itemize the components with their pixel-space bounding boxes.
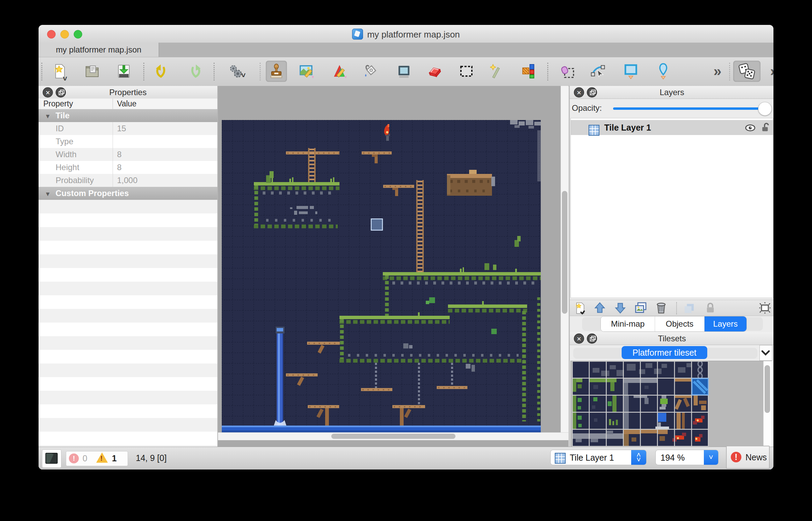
- rectangular-select-button[interactable]: [456, 61, 477, 82]
- insert-point-icon: [655, 63, 671, 79]
- lock-layers-button[interactable]: [704, 301, 717, 315]
- tile-cursor: [371, 219, 382, 230]
- edit-polygons-button[interactable]: [588, 61, 609, 82]
- layer-list[interactable]: Tile Layer 1: [570, 118, 773, 298]
- properties-panel-header: ✕ Properties: [39, 86, 217, 99]
- section-tile[interactable]: ▼Tile: [39, 109, 217, 122]
- property-row-height[interactable]: Height8: [39, 161, 217, 174]
- tab-objects[interactable]: Objects: [655, 316, 704, 331]
- insert-point-button[interactable]: [653, 61, 674, 82]
- toolbar-separator: [547, 63, 548, 80]
- stamp-brush-button[interactable]: [266, 61, 287, 82]
- highlight-current-layer-button[interactable]: [758, 301, 772, 315]
- open-file-button[interactable]: [82, 61, 103, 82]
- new-map-button[interactable]: ˅: [49, 61, 70, 82]
- overflow-chevron-icon: »: [713, 64, 719, 78]
- fill-terrain-button[interactable]: [329, 61, 350, 82]
- lower-layer-button[interactable]: [613, 301, 627, 315]
- property-row-type[interactable]: Type: [39, 135, 217, 148]
- random-mode-dice-icon: [737, 62, 756, 81]
- tab-platformer-tileset[interactable]: Platformer tileset: [622, 346, 707, 359]
- opacity-slider-knob[interactable]: [758, 102, 772, 116]
- warning-icon: [96, 452, 108, 463]
- map-canvas[interactable]: [222, 120, 541, 432]
- insert-rectangle-button[interactable]: [620, 61, 641, 82]
- overflow-chevron-icon: »: [770, 64, 773, 78]
- shape-fill-button[interactable]: [393, 61, 415, 82]
- horizontal-scrollbar-thumb[interactable]: [331, 434, 455, 439]
- save-icon: [116, 63, 132, 79]
- right-dock: ✕ Layers Opacity: Tile Layer 1: [569, 86, 773, 447]
- vertical-scrollbar[interactable]: [561, 86, 568, 432]
- console-button[interactable]: [42, 449, 61, 468]
- raise-layer-button[interactable]: [593, 301, 607, 315]
- save-button[interactable]: [113, 61, 134, 82]
- zoom-select[interactable]: 194 % ˅: [655, 450, 719, 465]
- spinner-arrows-icon: ˄˅: [631, 450, 646, 465]
- horizontal-scrollbar[interactable]: [218, 432, 568, 440]
- fill-terrain-icon: [331, 63, 348, 79]
- rectangular-select-icon: [458, 63, 475, 79]
- eraser-button[interactable]: [424, 61, 445, 82]
- column-property: Property: [43, 99, 73, 108]
- property-row-width[interactable]: Width8: [39, 148, 217, 161]
- shape-fill-icon: [396, 63, 412, 79]
- map-view[interactable]: [218, 86, 568, 447]
- collapse-triangle-icon[interactable]: ▼: [45, 191, 51, 197]
- layer-row-tile-layer-1[interactable]: Tile Layer 1: [571, 120, 773, 135]
- news-button[interactable]: ! News: [726, 446, 770, 469]
- unlocked-padlock-icon[interactable]: [760, 122, 771, 133]
- water: [222, 426, 541, 432]
- tab-my-platformer-map[interactable]: my platformer map.json: [39, 43, 159, 57]
- news-alert-icon: !: [731, 452, 741, 462]
- random-mode-button[interactable]: [733, 61, 760, 82]
- new-layer-button[interactable]: [573, 301, 587, 315]
- vertical-scrollbar-thumb[interactable]: [562, 191, 567, 314]
- more-toolbars-button[interactable]: »: [763, 61, 773, 82]
- title-bar[interactable]: my platformer map.json: [39, 25, 773, 43]
- toolbar-handle: [260, 63, 261, 80]
- dock-tabs: Mini-map Objects Layers: [600, 316, 747, 332]
- empty-property-rows: [39, 200, 217, 470]
- chevron-down-icon[interactable]: ˅: [241, 71, 246, 80]
- opacity-row: Opacity:: [570, 99, 773, 117]
- chevron-down-icon[interactable]: ˅: [63, 74, 67, 83]
- properties-dock: ✕ Properties Property Value ▼Tile ID15 T…: [39, 86, 218, 447]
- tile-layer-icon: [589, 125, 599, 136]
- tileset-tab-bar: Platformer tileset: [570, 345, 773, 361]
- issues-counter[interactable]: ! 0 1: [66, 451, 128, 466]
- redo-button[interactable]: [184, 61, 205, 82]
- tab-mini-map[interactable]: Mini-map: [601, 316, 655, 331]
- bucket-fill-button[interactable]: [360, 61, 381, 82]
- undo-button[interactable]: [151, 61, 173, 82]
- layers-toolbar: [570, 300, 773, 316]
- select-objects-button[interactable]: [557, 61, 578, 82]
- tilesets-panel-header: ✕ Tilesets: [570, 332, 773, 345]
- property-row-id[interactable]: ID15: [39, 122, 217, 135]
- chevron-down-icon: ˅: [704, 450, 718, 465]
- terrain-brush-button[interactable]: [296, 61, 318, 82]
- opacity-slider[interactable]: [613, 107, 765, 110]
- tileset-list-dropdown[interactable]: [759, 345, 772, 361]
- delete-layer-button[interactable]: [654, 301, 668, 315]
- open-file-icon: [84, 63, 100, 79]
- eraser-icon: [426, 63, 443, 79]
- magic-wand-button[interactable]: [485, 61, 506, 82]
- duplicate-layer-button[interactable]: [634, 301, 648, 315]
- tab-layers[interactable]: Layers: [705, 316, 746, 331]
- layers-panel-header: ✕ Layers: [570, 86, 773, 99]
- tileset-scrollbar-thumb[interactable]: [765, 365, 770, 413]
- current-layer-select[interactable]: Tile Layer 1 ˄˅: [550, 450, 647, 465]
- toolbar-separator: [214, 63, 215, 80]
- layer-name: Tile Layer 1: [604, 120, 651, 135]
- visibility-eye-icon[interactable]: [745, 122, 756, 133]
- collapse-triangle-icon[interactable]: ▼: [45, 113, 51, 120]
- app-window: my platformer map.json my platformer map…: [39, 25, 773, 470]
- commands-button[interactable]: ˅: [225, 61, 246, 82]
- section-custom-properties[interactable]: ▼Custom Properties: [39, 187, 217, 200]
- property-row-probability[interactable]: Probability1,000: [39, 174, 217, 187]
- toggle-other-layers-button[interactable]: [682, 301, 696, 315]
- more-tools-button[interactable]: »: [706, 61, 727, 82]
- document-icon: [352, 29, 363, 40]
- select-same-tile-button[interactable]: [518, 61, 539, 82]
